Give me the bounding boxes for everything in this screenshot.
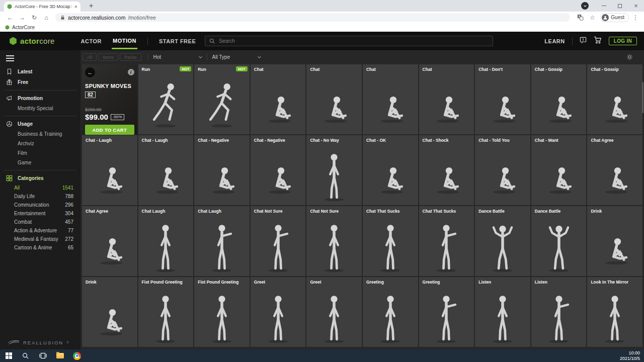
actorcore-logo[interactable]: actorcore bbox=[9, 37, 55, 46]
task-view-button[interactable] bbox=[34, 349, 51, 362]
motion-card[interactable]: Chat - Laugh bbox=[138, 135, 194, 205]
category-item[interactable]: All 1541 bbox=[0, 184, 80, 192]
close-button[interactable]: × bbox=[628, 0, 644, 12]
category-item[interactable]: Medieval & Fantasy 272 bbox=[0, 235, 80, 243]
taskbar-search-button[interactable] bbox=[17, 349, 34, 362]
motion-card[interactable]: Chat - Gossip bbox=[587, 64, 642, 134]
profile-button[interactable]: Guest bbox=[600, 13, 629, 22]
sidebar-item-latest[interactable]: Latest bbox=[0, 66, 80, 77]
maximize-button[interactable] bbox=[612, 0, 628, 12]
nav-actor[interactable]: ACTOR bbox=[81, 38, 102, 44]
scope-packs-button[interactable]: Packs bbox=[120, 53, 141, 61]
bookmark-item[interactable]: ActorCore bbox=[12, 25, 35, 30]
motion-card[interactable]: Chat - Don't bbox=[475, 64, 530, 134]
motion-card[interactable]: Look In The Mirror bbox=[587, 277, 642, 347]
back-icon[interactable]: ← bbox=[4, 14, 16, 21]
motion-card[interactable]: Listen bbox=[531, 277, 587, 347]
motion-card[interactable]: Chat Agree bbox=[82, 206, 137, 276]
motion-card[interactable]: Chat - Gossip bbox=[531, 64, 587, 134]
new-tab-button[interactable]: + bbox=[87, 1, 96, 10]
search-box[interactable] bbox=[205, 36, 493, 46]
view-settings-button[interactable] bbox=[626, 54, 635, 60]
motion-card[interactable]: Listen bbox=[475, 277, 530, 347]
motion-card[interactable]: Drink bbox=[587, 206, 642, 276]
motion-card[interactable]: Chat - Told You bbox=[475, 135, 530, 205]
nav-motion[interactable]: MOTION bbox=[113, 38, 136, 45]
motion-card[interactable]: Fist Pound Greeting bbox=[138, 277, 194, 347]
scope-all-button[interactable]: All bbox=[83, 53, 97, 61]
motion-card[interactable]: Fist Pound Greeting bbox=[194, 277, 250, 347]
home-icon[interactable]: ⌂ bbox=[40, 14, 52, 21]
motion-card[interactable]: Run HOT bbox=[194, 64, 250, 134]
motion-card[interactable]: Dance Battle bbox=[531, 206, 587, 276]
scrollbar-thumb[interactable] bbox=[642, 82, 643, 113]
news-icon[interactable] bbox=[580, 37, 587, 46]
motion-card[interactable]: Chat Not Sure bbox=[306, 206, 362, 276]
motion-card[interactable]: Chat - OK bbox=[363, 135, 418, 205]
motion-card[interactable]: Chat Laugh bbox=[194, 206, 250, 276]
sidebar-subitem[interactable]: Film bbox=[0, 148, 80, 158]
motion-card[interactable]: Chat - Shock bbox=[419, 135, 474, 205]
motion-card[interactable]: Chat bbox=[251, 64, 306, 134]
search-input[interactable] bbox=[219, 38, 489, 44]
browser-tab[interactable]: ActorCore - Free 3D Mocap Mo × bbox=[4, 2, 80, 12]
url-bar[interactable]: actorcore.reallusion.com/motion/free bbox=[55, 13, 570, 22]
sidebar-item-usage[interactable]: Usage bbox=[0, 119, 80, 129]
menu-icon[interactable] bbox=[6, 55, 14, 61]
motion-card[interactable]: Run HOT bbox=[138, 64, 194, 134]
motion-card[interactable]: Greeting bbox=[363, 277, 418, 347]
type-dropdown[interactable]: All Type bbox=[212, 54, 261, 60]
forward-icon[interactable]: → bbox=[16, 14, 28, 21]
motion-card[interactable]: Chat - Negative bbox=[251, 135, 306, 205]
sidebar-subitem[interactable]: Game bbox=[0, 158, 80, 167]
tab-search-button[interactable] bbox=[581, 2, 589, 10]
category-item[interactable]: Combat 457 bbox=[0, 218, 80, 226]
learn-link[interactable]: LEARN bbox=[544, 38, 565, 44]
chrome-button[interactable] bbox=[68, 349, 86, 362]
motion-card[interactable]: Drink bbox=[82, 277, 137, 347]
sidebar-item-promotion[interactable]: Promotion bbox=[0, 93, 80, 104]
file-explorer-button[interactable] bbox=[51, 349, 68, 362]
motion-card[interactable]: Chat That Sucks bbox=[363, 206, 418, 276]
motion-card[interactable]: Chat That Sucks bbox=[419, 206, 474, 276]
motion-card[interactable]: Greet bbox=[251, 277, 306, 347]
category-item[interactable]: Entertainment 304 bbox=[0, 209, 80, 218]
motion-card[interactable]: Chat bbox=[306, 64, 362, 134]
sidebar-subitem[interactable]: Archviz bbox=[0, 139, 80, 148]
motion-card[interactable]: Chat Agree bbox=[587, 135, 642, 205]
category-item[interactable]: Communication 296 bbox=[0, 201, 80, 209]
sidebar-subitem[interactable]: Business & Training bbox=[0, 129, 80, 139]
scope-items-button[interactable]: Items bbox=[98, 53, 118, 61]
motion-card[interactable]: Chat - Laugh bbox=[82, 135, 137, 205]
motion-card[interactable]: Chat - Want bbox=[531, 135, 587, 205]
bookmark-star-icon[interactable]: ☆ bbox=[586, 14, 598, 21]
cart-icon[interactable] bbox=[594, 36, 602, 46]
translate-icon[interactable] bbox=[574, 14, 586, 21]
category-item[interactable]: Daily Life 788 bbox=[0, 192, 80, 201]
motion-card[interactable]: Chat Laugh bbox=[138, 206, 194, 276]
sidebar-subitem[interactable]: Monthly Special bbox=[0, 104, 80, 113]
reload-icon[interactable]: ↻ bbox=[28, 14, 40, 21]
login-button[interactable]: LOG IN bbox=[609, 37, 637, 45]
motion-card[interactable]: Chat - Negative bbox=[194, 135, 250, 205]
minimize-button[interactable] bbox=[596, 0, 612, 12]
sort-dropdown[interactable]: Hot bbox=[153, 54, 202, 60]
motion-card[interactable]: Greet bbox=[306, 277, 362, 347]
add-to-cart-button[interactable]: ADD TO CART bbox=[85, 125, 134, 135]
category-item[interactable]: Cartoon & Anime 65 bbox=[0, 243, 80, 252]
motion-card[interactable]: Dance Battle bbox=[475, 206, 530, 276]
info-icon[interactable]: i bbox=[128, 69, 134, 75]
motion-card[interactable]: Chat Not Sure bbox=[251, 206, 306, 276]
back-button[interactable]: ← bbox=[85, 67, 95, 77]
browser-menu-icon[interactable]: ⋮ bbox=[631, 14, 640, 21]
sidebar-item-categories[interactable]: Categories bbox=[0, 173, 80, 184]
motion-card[interactable]: Chat bbox=[419, 64, 474, 134]
start-button[interactable] bbox=[0, 349, 17, 362]
taskbar-clock[interactable]: 10:00 2021/10/5 bbox=[620, 350, 644, 361]
nav-start-free[interactable]: START FREE bbox=[159, 38, 196, 44]
motion-card[interactable]: Chat - No Way bbox=[306, 135, 362, 205]
tab-close-icon[interactable]: × bbox=[74, 4, 77, 10]
motion-card[interactable]: Greeting bbox=[419, 277, 474, 347]
sidebar-item-free[interactable]: Free bbox=[0, 77, 80, 87]
category-item[interactable]: Action & Adventure 77 bbox=[0, 226, 80, 235]
